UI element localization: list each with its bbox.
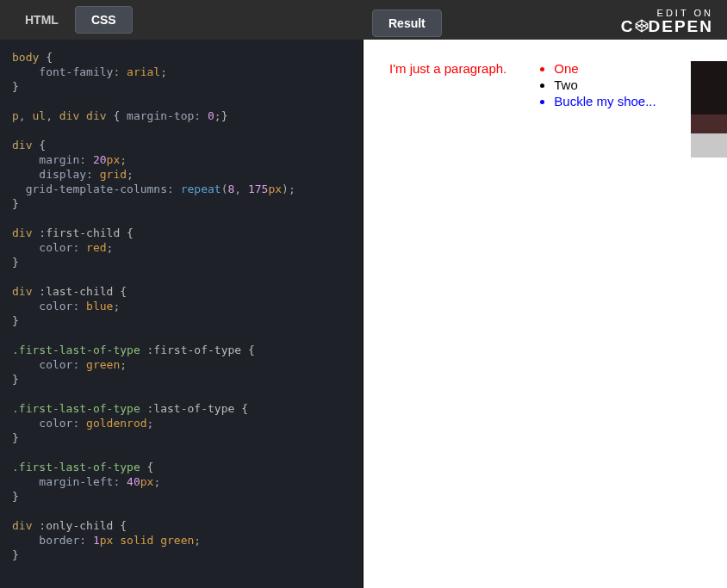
- edit-on-label: EDIT ON: [621, 8, 713, 18]
- list-item: One: [554, 61, 656, 77]
- css-editor[interactable]: body { font-family: arial; } p, ul, div …: [0, 40, 364, 588]
- code-content: body { font-family: arial; } p, ul, div …: [12, 50, 351, 562]
- result-paragraph: I'm just a paragraph.: [389, 61, 506, 588]
- codepen-logo-icon: [635, 19, 649, 33]
- tab-result[interactable]: Result: [372, 9, 442, 37]
- editor-tabs: HTML CSS: [0, 0, 133, 40]
- header-bar: HTML CSS Result EDIT ON CDEPEN: [0, 0, 727, 40]
- list-item: Two: [554, 77, 656, 94]
- result-tabs: Result: [364, 3, 442, 37]
- result-preview: I'm just a paragraph. One Two Buckle my …: [364, 40, 727, 588]
- list-item: Buckle my shoe...: [554, 94, 656, 110]
- result-image: [691, 61, 727, 158]
- tab-css[interactable]: CSS: [75, 6, 133, 34]
- result-list: One Two Buckle my shoe...: [541, 61, 656, 588]
- content-area: body { font-family: arial; } p, ul, div …: [0, 40, 727, 588]
- brand-name: CDEPEN: [621, 18, 713, 36]
- tab-html[interactable]: HTML: [9, 6, 75, 34]
- branding[interactable]: EDIT ON CDEPEN: [621, 4, 727, 36]
